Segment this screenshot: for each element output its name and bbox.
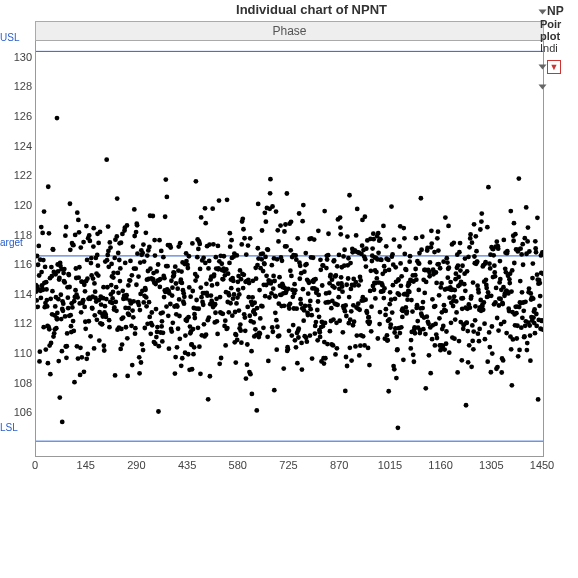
svg-point-1368 xyxy=(511,238,516,243)
svg-point-1304 xyxy=(489,293,494,298)
svg-point-1057 xyxy=(402,251,407,256)
svg-point-249 xyxy=(120,342,125,347)
svg-point-607 xyxy=(245,342,250,347)
svg-point-609 xyxy=(246,243,251,248)
disclosure-icon[interactable] xyxy=(539,10,547,15)
svg-point-865 xyxy=(335,302,340,307)
svg-point-1289 xyxy=(484,277,489,282)
svg-point-486 xyxy=(203,206,208,211)
svg-point-1026 xyxy=(392,237,397,242)
svg-point-1341 xyxy=(502,319,507,324)
svg-point-113 xyxy=(72,380,77,385)
svg-point-235 xyxy=(115,196,120,201)
svg-point-864 xyxy=(335,264,340,269)
svg-point-35 xyxy=(45,304,50,309)
x-tick: 1305 xyxy=(479,459,503,471)
svg-point-1180 xyxy=(445,275,450,280)
svg-point-567 xyxy=(231,278,236,283)
svg-point-980 xyxy=(375,336,380,341)
svg-point-103 xyxy=(69,324,74,329)
warning-icon[interactable]: ▼ xyxy=(547,60,561,74)
svg-point-733 xyxy=(289,274,294,279)
svg-point-1361 xyxy=(509,347,514,352)
svg-point-1034 xyxy=(394,334,399,339)
svg-point-97 xyxy=(66,273,71,278)
svg-point-280 xyxy=(131,244,136,249)
svg-point-400 xyxy=(173,371,178,376)
plot-area[interactable] xyxy=(35,41,544,457)
svg-point-366 xyxy=(161,330,166,335)
svg-point-293 xyxy=(135,251,140,256)
svg-point-956 xyxy=(367,363,372,368)
svg-point-148 xyxy=(84,356,89,361)
svg-point-947 xyxy=(364,246,369,251)
svg-point-750 xyxy=(295,361,300,366)
svg-point-1013 xyxy=(387,317,392,322)
svg-point-510 xyxy=(211,242,216,247)
svg-point-729 xyxy=(288,301,293,306)
svg-point-172 xyxy=(93,289,98,294)
svg-point-91 xyxy=(64,344,69,349)
svg-point-1199 xyxy=(452,336,457,341)
svg-point-1131 xyxy=(428,371,433,376)
svg-point-1185 xyxy=(447,295,452,300)
svg-point-777 xyxy=(304,339,309,344)
svg-point-131 xyxy=(78,245,83,250)
svg-point-415 xyxy=(178,241,183,246)
svg-point-678 xyxy=(270,325,275,330)
svg-point-219 xyxy=(109,262,114,267)
svg-point-1277 xyxy=(479,211,484,216)
svg-point-681 xyxy=(271,286,276,291)
disclosure-icon[interactable] xyxy=(539,65,547,70)
svg-point-1385 xyxy=(517,347,522,352)
svg-point-1167 xyxy=(441,324,446,329)
disclosure-icon[interactable] xyxy=(539,85,547,90)
svg-point-278 xyxy=(130,363,135,368)
svg-point-1041 xyxy=(397,292,402,297)
svg-point-1235 xyxy=(465,269,470,274)
svg-point-31 xyxy=(43,347,48,352)
svg-point-168 xyxy=(91,226,96,231)
svg-point-1195 xyxy=(451,304,456,309)
svg-point-516 xyxy=(213,310,218,315)
svg-point-1089 xyxy=(414,236,419,241)
svg-point-472 xyxy=(198,267,203,272)
svg-point-1204 xyxy=(454,299,459,304)
svg-point-734 xyxy=(289,333,294,338)
svg-point-1324 xyxy=(496,246,501,251)
svg-point-833 xyxy=(324,266,329,271)
svg-point-954 xyxy=(366,315,371,320)
svg-point-1283 xyxy=(481,300,486,305)
svg-point-1409 xyxy=(526,225,531,230)
svg-point-1083 xyxy=(411,359,416,364)
svg-point-1402 xyxy=(523,299,528,304)
svg-point-768 xyxy=(301,318,306,323)
svg-point-1320 xyxy=(494,239,499,244)
svg-point-1179 xyxy=(445,260,450,265)
svg-point-838 xyxy=(326,253,331,258)
svg-point-445 xyxy=(188,294,193,299)
svg-point-311 xyxy=(141,300,146,305)
svg-point-374 xyxy=(163,177,168,182)
svg-point-1413 xyxy=(527,249,532,254)
y-tick: 126 xyxy=(14,110,32,122)
svg-point-200 xyxy=(103,304,108,309)
svg-point-1076 xyxy=(409,298,414,303)
svg-point-84 xyxy=(62,267,67,272)
svg-point-127 xyxy=(77,265,82,270)
svg-point-875 xyxy=(339,275,344,280)
svg-point-475 xyxy=(199,215,204,220)
svg-point-1330 xyxy=(498,277,503,282)
svg-point-89 xyxy=(64,225,69,230)
svg-point-170 xyxy=(92,281,97,286)
svg-point-1391 xyxy=(519,252,524,257)
svg-point-588 xyxy=(238,328,243,333)
svg-point-977 xyxy=(374,276,379,281)
svg-point-1433 xyxy=(534,312,539,317)
svg-point-92 xyxy=(65,331,70,336)
svg-point-17 xyxy=(38,296,43,301)
svg-point-155 xyxy=(87,233,92,238)
svg-point-1242 xyxy=(467,245,472,250)
svg-point-312 xyxy=(142,259,147,264)
svg-point-788 xyxy=(308,307,313,312)
